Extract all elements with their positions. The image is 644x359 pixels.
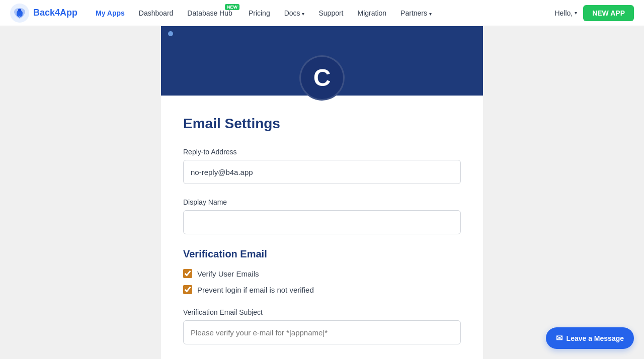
chat-icon: ✉: [556, 333, 562, 343]
app-icon-circle: C: [299, 55, 345, 101]
nav-links: My Apps Dashboard Database Hub NEW Prici…: [90, 6, 554, 20]
logo[interactable]: Back4App: [10, 4, 77, 23]
prevent-login-row: Prevent login if email is not verified: [183, 285, 461, 294]
page-title: Email Settings: [183, 116, 461, 132]
navbar: Back4App My Apps Dashboard Database Hub …: [0, 0, 644, 26]
banner-dot: [168, 31, 173, 36]
app-icon-letter: C: [313, 66, 331, 90]
chat-label: Leave a Message: [567, 334, 624, 342]
verify-emails-label[interactable]: Verify User Emails: [197, 270, 259, 278]
nav-support[interactable]: Support: [312, 6, 349, 20]
right-side: [483, 26, 644, 359]
nav-partners[interactable]: Partners: [394, 6, 438, 20]
reply-to-group: Reply-to Address: [183, 148, 461, 184]
verify-emails-row: Verify User Emails: [183, 269, 461, 278]
app-banner: C: [161, 26, 483, 96]
verification-title: Verification Email: [183, 248, 461, 260]
nav-my-apps[interactable]: My Apps: [90, 6, 131, 20]
chat-button[interactable]: ✉ Leave a Message: [546, 327, 634, 349]
logo-text: Back4App: [33, 8, 77, 18]
svg-point-2: [18, 9, 21, 12]
nav-hello[interactable]: Hello,: [554, 9, 577, 17]
content-col: C Email Settings Reply-to Address Displa…: [161, 26, 483, 359]
new-app-button[interactable]: NEW APP: [583, 5, 634, 21]
nav-migration[interactable]: Migration: [352, 6, 393, 20]
verification-subject-input[interactable]: [183, 320, 461, 344]
nav-pricing[interactable]: Pricing: [243, 6, 276, 20]
reply-to-input[interactable]: [183, 160, 461, 184]
verification-subject-label: Verification Email Subject: [183, 308, 461, 316]
nav-dashboard[interactable]: Dashboard: [133, 6, 180, 20]
reply-to-label: Reply-to Address: [183, 148, 461, 156]
prevent-login-checkbox[interactable]: [183, 285, 192, 294]
nav-database-hub[interactable]: Database Hub NEW: [181, 6, 240, 20]
new-badge: NEW: [225, 4, 239, 10]
nav-right: Hello, NEW APP: [554, 5, 634, 21]
display-name-input[interactable]: [183, 210, 461, 234]
verification-section: Verification Email Verify User Emails Pr…: [183, 248, 461, 294]
logo-icon: [10, 4, 29, 23]
prevent-login-label[interactable]: Prevent login if email is not verified: [197, 286, 314, 294]
nav-docs[interactable]: Docs: [278, 6, 311, 20]
left-side: [0, 26, 161, 359]
verify-emails-checkbox[interactable]: [183, 269, 192, 278]
display-name-group: Display Name: [183, 198, 461, 234]
verification-subject-group: Verification Email Subject: [183, 308, 461, 344]
page-wrapper: C Email Settings Reply-to Address Displa…: [0, 26, 644, 359]
display-name-label: Display Name: [183, 198, 461, 206]
form-area: Email Settings Reply-to Address Display …: [161, 96, 483, 359]
